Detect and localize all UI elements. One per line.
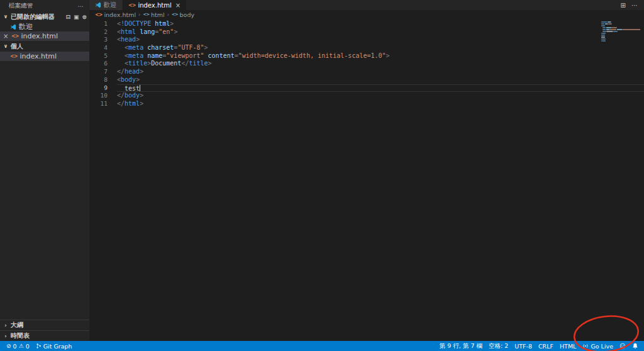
feedback-button[interactable] — [616, 343, 629, 349]
code-line-11[interactable]: </html> — [117, 100, 644, 108]
open-editors-header[interactable]: ∨ 已開啟的編輯器 ⊟ ▣ ⊗ — [0, 11, 89, 22]
text-cursor — [140, 85, 140, 91]
open-editors-label: 已開啟的編輯器 — [11, 13, 55, 21]
timeline-section-header[interactable]: › 時間表 — [0, 330, 89, 341]
go-live-label: Go Live — [591, 343, 613, 350]
breadcrumb-html[interactable]: <> html — [143, 11, 164, 18]
open-editor-label: index.html — [21, 32, 58, 40]
minimap-line — [601, 27, 640, 28]
open-editor-item-welcome[interactable]: 歡迎 — [0, 22, 89, 31]
line-number: 5 — [89, 52, 117, 60]
file-item-index-html[interactable]: <> index.html — [0, 52, 89, 61]
tab-label: 歡迎 — [104, 1, 116, 9]
code-line-1[interactable]: <!DOCTYPE html> — [117, 20, 644, 28]
outline-section-header[interactable]: › 大綱 — [0, 320, 89, 330]
warning-count: 0 — [26, 343, 30, 350]
status-bar: ⊘ 0 ⚠ 0 Git Graph 第 9 行, 第 7 欄 空格: 2 UTF… — [0, 341, 644, 351]
code-line-5[interactable]: <meta name="viewport" content="width=dev… — [117, 52, 644, 60]
tab-bar: 歡迎 <> index.html × ⊞ ⋯ — [89, 0, 644, 10]
breadcrumb-file-label: index.html — [104, 11, 136, 18]
file-label: index.html — [19, 52, 57, 60]
minimap-line — [601, 33, 640, 34]
tab-label: index.html — [138, 2, 171, 9]
explorer-sidebar: 檔案總管 ⋯ ∨ 已開啟的編輯器 ⊟ ▣ ⊗ 歡迎 × <> index.htm… — [0, 0, 89, 341]
sidebar-bottom-panes: › 大綱 › 時間表 — [0, 320, 89, 341]
code-lines[interactable]: <!DOCTYPE html><html lang="en"><head> <m… — [117, 20, 644, 341]
code-line-7[interactable]: </head> — [117, 68, 644, 76]
minimap-line — [601, 38, 640, 40]
indentation-indicator[interactable]: 空格: 2 — [486, 342, 511, 350]
problems-indicator[interactable]: ⊘ 0 ⚠ 0 — [3, 343, 33, 350]
timeline-label: 時間表 — [11, 332, 30, 340]
minimap-line — [601, 21, 640, 23]
breadcrumb-file[interactable]: <> index.html — [95, 11, 136, 18]
git-graph-button[interactable]: Git Graph — [33, 343, 75, 350]
tab-index-html[interactable]: <> index.html × — [123, 0, 187, 10]
language-mode[interactable]: HTML — [557, 343, 579, 350]
cursor-position[interactable]: 第 9 行, 第 7 欄 — [436, 342, 486, 350]
git-graph-label: Git Graph — [43, 343, 72, 350]
vscode-window: 檔案總管 ⋯ ∨ 已開啟的編輯器 ⊟ ▣ ⊗ 歡迎 × <> index.htm… — [0, 0, 644, 341]
git-graph-icon — [36, 343, 42, 349]
minimap-line — [601, 25, 640, 26]
code-line-4[interactable]: <meta charset="UTF-8"> — [117, 44, 644, 52]
eol-indicator[interactable]: CRLF — [535, 343, 557, 350]
close-icon[interactable]: × — [3, 33, 9, 40]
line-number: 2 — [89, 28, 117, 36]
code-line-10[interactable]: </body> — [117, 92, 644, 100]
breadcrumb: <> index.html › <> html › <> body — [89, 10, 644, 19]
chevron-right-icon: › — [3, 333, 9, 339]
open-editor-label: 歡迎 — [19, 22, 33, 31]
breadcrumb-separator: › — [138, 12, 140, 18]
notifications-button[interactable] — [629, 343, 641, 349]
code-line-2[interactable]: <html lang="en"> — [117, 28, 644, 36]
tab-welcome[interactable]: 歡迎 — [89, 0, 123, 10]
error-count: 0 — [13, 343, 17, 350]
status-bar-right: 第 9 行, 第 7 欄 空格: 2 UTF-8 CRLF HTML Go Li… — [436, 342, 644, 350]
line-number: 10 — [89, 92, 117, 100]
code-line-8[interactable]: <body> — [117, 76, 644, 84]
html-file-icon: <> — [128, 3, 135, 8]
html-file-icon: <> — [95, 12, 102, 18]
html-file-icon: <> — [10, 53, 17, 59]
code-editor[interactable]: 1234567891011 <!DOCTYPE html><html lang=… — [89, 19, 644, 341]
breadcrumb-body-label: body — [180, 11, 195, 18]
explorer-header: 檔案總管 ⋯ — [0, 0, 89, 11]
open-editors-actions: ⊟ ▣ ⊗ — [65, 14, 87, 20]
code-line-9[interactable]: test — [117, 84, 644, 92]
minimap-line — [601, 36, 640, 38]
more-actions-icon[interactable]: ⋯ — [78, 3, 85, 9]
line-number: 4 — [89, 44, 117, 52]
code-line-3[interactable]: <head> — [117, 36, 644, 44]
save-all-icon[interactable]: ▣ — [74, 14, 79, 20]
explorer-title: 檔案總管 — [9, 2, 33, 10]
minimap-line — [601, 35, 640, 36]
minimap[interactable] — [601, 21, 640, 42]
line-numbers: 1234567891011 — [89, 20, 117, 341]
code-line-6[interactable]: <title>Document</title> — [117, 60, 644, 68]
toggle-layout-icon[interactable]: ⊟ — [65, 14, 70, 20]
line-number: 8 — [89, 76, 117, 84]
symbol-tag-icon: <> — [143, 12, 149, 17]
breadcrumb-body[interactable]: <> body — [172, 11, 194, 18]
encoding-indicator[interactable]: UTF-8 — [511, 343, 535, 350]
open-editor-item-index-html[interactable]: × <> index.html — [0, 31, 89, 41]
go-live-button[interactable]: Go Live — [579, 343, 616, 350]
more-actions-icon[interactable]: ⋯ — [631, 2, 638, 9]
chevron-right-icon: › — [3, 323, 9, 328]
line-number: 3 — [89, 36, 117, 44]
close-icon[interactable]: × — [175, 2, 180, 9]
minimap-line — [601, 23, 640, 25]
folder-section-header[interactable]: ∨ 個人 — [0, 41, 89, 52]
chevron-down-icon: ∨ — [3, 14, 9, 20]
split-editor-icon[interactable]: ⊞ — [621, 2, 626, 9]
line-number: 6 — [89, 60, 117, 68]
warning-icon: ⚠ — [19, 343, 24, 349]
status-bar-left: ⊘ 0 ⚠ 0 Git Graph — [0, 343, 75, 350]
symbol-tag-icon: <> — [172, 12, 178, 17]
error-icon: ⊘ — [6, 343, 11, 349]
close-all-editors-icon[interactable]: ⊗ — [82, 14, 87, 20]
line-number: 7 — [89, 68, 117, 76]
vscode-logo-icon — [10, 24, 16, 30]
bell-icon — [632, 343, 638, 349]
